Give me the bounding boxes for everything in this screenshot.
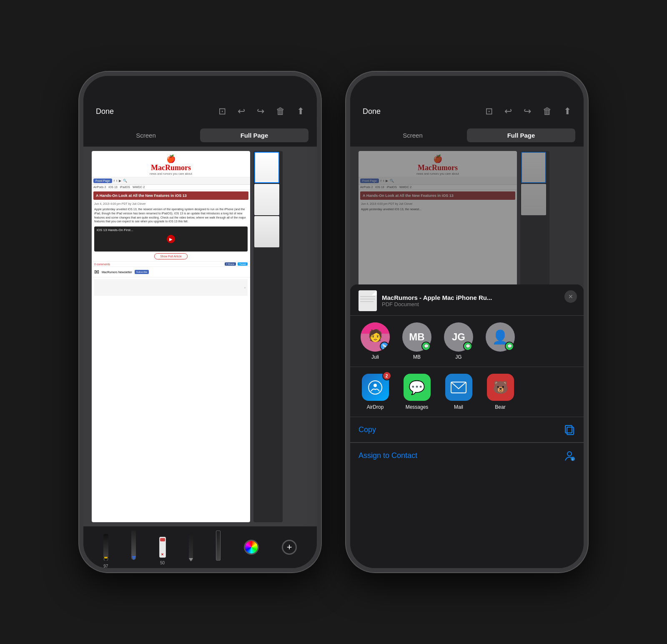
undo-icon[interactable]: ↩: [238, 106, 245, 117]
right-share-icon[interactable]: ⬆: [564, 106, 571, 117]
assign-action-row[interactable]: Assign to Contact i: [350, 443, 584, 468]
right-article-meta: Jun 4, 2019 4:00 pm PDT by Juli Clover: [359, 201, 517, 206]
video-label: iOS 13 Hands-On First...: [97, 228, 133, 232]
contact-mb[interactable]: MB 💬 MB: [400, 322, 434, 360]
tool-pen-black[interactable]: 97: [103, 534, 108, 561]
avatar-juli: 🧑 📡: [361, 322, 390, 352]
right-crop-icon[interactable]: ⊡: [485, 106, 493, 117]
anon-badge: 💬: [505, 342, 514, 351]
share-btns: f Share Tweet: [225, 262, 248, 266]
jg-badge: 💬: [463, 342, 472, 351]
right-article-body: Apple yesterday unveiled iOS 13, the new…: [359, 206, 517, 213]
tw-tweet[interactable]: Tweet: [238, 262, 248, 266]
right-screen: Done ⊡ ↩ ↪ 🗑 ⬆ Screen Full Page 🍎 MacRum…: [350, 76, 584, 568]
screen-tab[interactable]: Screen: [92, 128, 200, 142]
notch: [83, 76, 317, 97]
contact-jg[interactable]: JG 💬 JG: [442, 322, 475, 360]
thumb-1[interactable]: [254, 152, 279, 183]
contact-anon[interactable]: 👤 💬: [484, 322, 517, 360]
right-undo-icon[interactable]: ↩: [504, 106, 512, 117]
facebook-icon[interactable]: f: [114, 179, 115, 183]
fb-share[interactable]: f Share: [225, 262, 236, 266]
messages-icon: 💬: [404, 374, 431, 401]
tab-airpods[interactable]: AirPods 2: [93, 186, 106, 189]
show-full-article-btn[interactable]: Show Full Article: [154, 253, 188, 259]
tab-ipados[interactable]: iPadOS: [120, 186, 130, 189]
left-screen: Done ⊡ ↩ ↪ 🗑 ⬆ Screen Full Page 🍎 MacRum…: [83, 76, 317, 568]
assign-icon: i: [564, 450, 575, 461]
share-title-group: MacRumors - Apple Mac iPhone Ru... PDF D…: [382, 294, 492, 307]
tab-ios13[interactable]: iOS 13: [108, 186, 117, 189]
newsletter-label: MacRumors Newsletter: [102, 271, 132, 274]
right-redo-icon[interactable]: ↪: [524, 106, 531, 117]
tool-eraser[interactable]: ✕ 50: [159, 537, 166, 558]
video-embed[interactable]: iOS 13 Hands-On First... ▶: [94, 226, 248, 252]
front-page-btn[interactable]: Front Page: [93, 179, 112, 183]
app-bear[interactable]: 🐻 Bear: [484, 374, 517, 410]
right-logo-sub: news and rumors you care about: [360, 172, 515, 175]
pen-black-shape: [103, 534, 108, 561]
avatar-jg: JG 💬: [444, 322, 473, 352]
doc-line-1: [360, 296, 375, 297]
tab-wwdc[interactable]: WWDC 2: [133, 186, 145, 189]
tool-pen-blue[interactable]: [131, 531, 136, 560]
right-full-page-tab[interactable]: Full Page: [467, 128, 575, 142]
play-button[interactable]: ▶: [167, 235, 175, 243]
contact-name-mb: MB: [413, 354, 421, 360]
share-icon[interactable]: ⬆: [297, 106, 304, 117]
share-sheet: MacRumors - Apple Mac iPhone Ru... PDF D…: [350, 284, 584, 568]
logo-text: MacRumors: [93, 164, 248, 172]
svg-rect-3: [567, 427, 574, 435]
svg-point-1: [374, 384, 377, 387]
share-close-button[interactable]: ✕: [564, 290, 577, 303]
tool-pencil[interactable]: [189, 532, 193, 561]
eraser-shape: ✕: [159, 537, 166, 558]
full-page-tab[interactable]: Full Page: [200, 128, 308, 142]
svg-text:i: i: [572, 458, 573, 461]
copy-label: Copy: [359, 425, 376, 434]
thumb-inner-3: [254, 216, 279, 247]
newsletter-icon: ✉: [94, 269, 99, 275]
newsletter-section: ✉ MacRumors Newsletter Subscribe: [92, 267, 250, 277]
svg-point-5: [567, 452, 572, 456]
pencil-shape: [189, 532, 193, 561]
right-thumb-inner-1: [522, 153, 545, 182]
right-segment-control: Screen Full Page: [350, 126, 584, 146]
anon-messages-icon: 💬: [507, 344, 512, 348]
search-icon[interactable]: 🔍: [123, 179, 127, 183]
right-screen-tab[interactable]: Screen: [359, 128, 467, 142]
right-front-page-btn: Front Page: [360, 179, 379, 183]
right-side-button-power: [586, 184, 588, 234]
mb-badge: 💬: [421, 342, 431, 351]
svg-rect-4: [565, 425, 572, 433]
comments-count: 0 comments: [94, 263, 110, 266]
social-icons: f t ▶ 🔍: [114, 179, 127, 183]
bear-emoji: 🐻: [493, 380, 508, 395]
app-messages[interactable]: 💬 Messages: [400, 374, 434, 410]
contact-juli[interactable]: 🧑 📡 Juli: [359, 322, 392, 360]
app-airdrop[interactable]: 2 AirDrop: [359, 374, 392, 410]
color-picker[interactable]: [244, 540, 259, 555]
twitter-icon[interactable]: t: [116, 179, 117, 183]
copy-action-row[interactable]: Copy: [350, 417, 584, 443]
right-done-button[interactable]: Done: [363, 107, 381, 116]
left-toolbar: Done ⊡ ↩ ↪ 🗑 ⬆: [83, 97, 317, 126]
redo-icon[interactable]: ↪: [257, 106, 264, 117]
subscribe-btn[interactable]: Subscribe: [135, 270, 149, 274]
app-mail[interactable]: Mail: [442, 374, 475, 410]
notch-cutout: [163, 80, 238, 93]
logo-sub: news and rumors you care about: [93, 172, 248, 175]
thumb-2[interactable]: [254, 184, 279, 215]
tool-ruler[interactable]: [216, 531, 221, 561]
doc-shape: [359, 290, 377, 311]
messages-badge-icon: 💬: [424, 344, 429, 348]
done-button[interactable]: Done: [96, 107, 114, 116]
crop-icon[interactable]: ⊡: [218, 106, 226, 117]
youtube-icon[interactable]: ▶: [119, 179, 121, 183]
thumb-3[interactable]: [254, 216, 279, 247]
add-button[interactable]: +: [282, 540, 297, 555]
side-button-vol-down: [79, 226, 81, 259]
trash-icon[interactable]: 🗑: [276, 106, 285, 117]
right-tab-airpods: AirPods 2: [360, 186, 373, 189]
right-trash-icon[interactable]: 🗑: [543, 106, 552, 117]
